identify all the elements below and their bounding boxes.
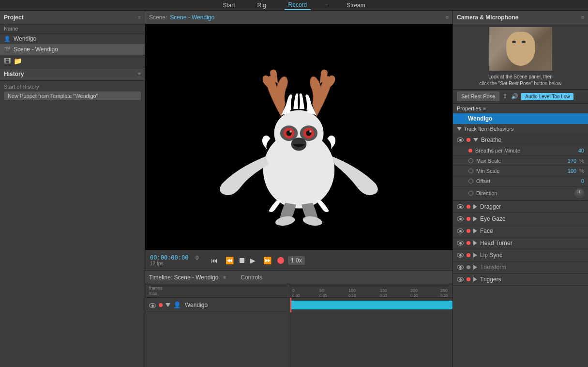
scene-name[interactable]: Scene - Wendigo — [170, 14, 214, 21]
go-start-button[interactable]: ⏮ — [209, 256, 220, 265]
project-item-label-1: Scene - Wendigo — [14, 46, 58, 53]
behavior-headturner-row[interactable]: Head Turner — [453, 237, 588, 249]
left-panel: Project ≡ Name 👤 Wendigo 🎬 Scene - Wendi… — [0, 11, 145, 367]
behavior-lipsync-row[interactable]: Lip Sync — [453, 249, 588, 261]
camera-feed — [489, 27, 552, 71]
puppet-selected-row[interactable]: 👤 Wendigo — [453, 113, 588, 124]
track-expand-icon[interactable] — [166, 303, 170, 307]
speed-display[interactable]: 1.0x — [288, 256, 305, 265]
behavior-triggers-expand[interactable] — [473, 277, 477, 282]
behavior-dragger-row[interactable]: Dragger — [453, 201, 588, 213]
camera-instruction-line2: click the "Set Rest Pose" button below — [480, 81, 561, 86]
project-menu-icon[interactable]: ≡ — [138, 15, 141, 20]
behavior-eyegaze-expand[interactable] — [473, 216, 477, 221]
properties-menu-icon[interactable]: ≡ — [483, 106, 486, 111]
icon-row: 🎞 📁 — [0, 55, 145, 67]
track-eye-icon[interactable] — [149, 302, 156, 308]
behavior-transform-label: Transform — [480, 264, 584, 271]
nav-start[interactable]: Start — [219, 1, 239, 10]
sub-prop-dot-maxscale — [468, 158, 473, 163]
rest-pose-bar: Set Rest Pose 🎙 🔊 Audio Level Too Low — [453, 90, 588, 104]
viewport[interactable] — [145, 24, 452, 250]
camera-menu-icon[interactable]: ≡ — [581, 15, 584, 20]
sub-prop-name-minscale: Min Scale — [476, 168, 559, 174]
history-item-0[interactable]: New Puppet from Template "Wendigo" — [4, 92, 141, 100]
behavior-breathe-row[interactable]: Breathe — [453, 134, 588, 146]
behavior-transform-row[interactable]: Transform — [453, 261, 588, 273]
direction-knob[interactable] — [574, 188, 584, 198]
timeline-labels: framesmss 👤 Wendigo — [145, 284, 290, 367]
behavior-dragger-expand[interactable] — [473, 204, 477, 209]
play-button[interactable]: ▶ — [248, 256, 257, 265]
ruler-150: 1500:15 — [380, 288, 388, 298]
behavior-eye-headturner[interactable] — [457, 241, 464, 245]
top-navigation: Start Rig Record ≡ Stream — [0, 0, 588, 11]
timeline-tracks[interactable] — [290, 298, 452, 312]
step-forward-button[interactable]: ⏩ — [261, 256, 273, 265]
ruler-frames-label: framesmss — [149, 286, 163, 296]
track-label-wendigo: 👤 Wendigo — [145, 298, 290, 312]
sub-prop-name-maxscale: Max Scale — [476, 158, 559, 164]
sub-prop-unit-maxscale: % — [579, 158, 584, 164]
track-behaviors-header: Track Item Behaviors — [453, 124, 588, 134]
sub-prop-value-offset[interactable]: 0 — [570, 178, 584, 184]
timeline-title: Timeline: Scene - Wendigo — [149, 274, 218, 281]
history-panel: History ≡ Start of History New Puppet fr… — [0, 67, 145, 367]
camera-title: Camera & Microphone — [457, 14, 518, 21]
behavior-lipsync-label: Lip Sync — [480, 252, 584, 259]
sub-prop-name-bpm: Breaths per Minute — [475, 148, 567, 153]
record-button[interactable] — [277, 257, 284, 264]
camera-instruction: Look at the Scene panel, then click the … — [453, 74, 588, 89]
controls-tab[interactable]: Controls — [241, 274, 262, 281]
behavior-eye-triggers[interactable] — [457, 277, 464, 282]
behavior-eyegaze-row[interactable]: Eye Gaze — [453, 213, 588, 225]
behavior-lipsync: Lip Sync — [453, 249, 588, 261]
track-puppet-icon: 👤 — [173, 301, 181, 308]
sub-prop-dot-bpm — [468, 149, 472, 153]
behavior-eye-breathe[interactable] — [457, 138, 464, 142]
behavior-eye-transform[interactable] — [457, 265, 464, 270]
behavior-face-row[interactable]: Face — [453, 225, 588, 237]
behavior-face-expand[interactable] — [473, 229, 477, 233]
scene-menu-icon[interactable]: ≡ — [446, 15, 449, 20]
track-wendigo — [290, 298, 452, 312]
step-back-button[interactable]: ⏪ — [224, 256, 236, 265]
puppet-name: Wendigo — [468, 115, 492, 122]
behavior-eye-eyegaze[interactable] — [457, 216, 464, 221]
nav-rig[interactable]: Rig — [254, 1, 270, 10]
sub-prop-value-bpm[interactable]: 40 — [570, 148, 584, 153]
track-record-dot[interactable] — [159, 303, 163, 307]
behavior-eye-lipsync[interactable] — [457, 253, 464, 258]
behavior-eye-dragger[interactable] — [457, 204, 464, 209]
project-item-label-0: Wendigo — [14, 35, 36, 42]
ruler-50: 500:05 — [319, 288, 327, 298]
behavior-transform-expand[interactable] — [473, 265, 477, 270]
behavior-triggers-row[interactable]: Triggers — [453, 274, 588, 285]
folder-icon[interactable]: 📁 — [14, 57, 22, 65]
history-menu-icon[interactable]: ≡ — [138, 71, 141, 76]
camera-eye-right — [522, 41, 526, 43]
history-content: Start of History New Puppet from Templat… — [0, 81, 145, 367]
svg-point-13 — [309, 130, 312, 133]
behavior-headturner-expand[interactable] — [473, 241, 477, 245]
behavior-breathe-expand[interactable] — [473, 138, 478, 142]
main-layout: Project ≡ Name 👤 Wendigo 🎬 Scene - Wendi… — [0, 11, 588, 367]
stop-button[interactable] — [240, 258, 244, 263]
rest-pose-button[interactable]: Set Rest Pose — [457, 92, 499, 101]
timeline-menu-icon[interactable]: ≡ — [223, 275, 226, 280]
ruler-0: 00:00 — [292, 288, 300, 298]
playhead[interactable] — [290, 298, 291, 312]
sub-prop-value-minscale[interactable]: 100 — [562, 168, 576, 174]
project-item-scene[interactable]: 🎬 Scene - Wendigo — [0, 44, 145, 55]
nav-stream[interactable]: Stream — [343, 1, 369, 10]
behavior-eye-face[interactable] — [457, 229, 464, 233]
timeline-track-area[interactable]: 00:00 500:05 1000:10 1500:15 2000:20 250… — [290, 284, 452, 367]
nav-record[interactable]: Record — [285, 0, 311, 10]
film-icon[interactable]: 🎞 — [4, 57, 11, 65]
track-bar-wendigo — [290, 301, 452, 309]
timeline-header: Timeline: Scene - Wendigo ≡ Controls — [145, 271, 452, 284]
track-behaviors-expand-icon[interactable] — [457, 127, 462, 131]
behavior-lipsync-expand[interactable] — [473, 253, 477, 258]
project-item-wendigo[interactable]: 👤 Wendigo — [0, 33, 145, 44]
sub-prop-value-maxscale[interactable]: 170 — [562, 158, 576, 164]
